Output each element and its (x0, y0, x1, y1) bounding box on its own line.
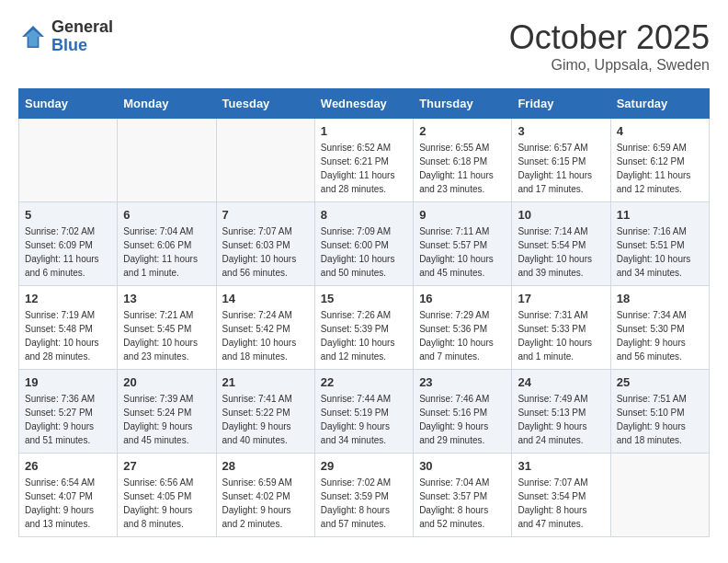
day-info: Sunrise: 7:44 AM Sunset: 5:19 PM Dayligh… (321, 392, 407, 447)
day-info: Sunrise: 6:52 AM Sunset: 6:21 PM Dayligh… (321, 141, 407, 196)
day-header-friday: Friday (512, 89, 610, 119)
logo-icon (18, 22, 48, 52)
day-number: 20 (123, 375, 210, 389)
calendar-cell: 27Sunrise: 6:56 AM Sunset: 4:05 PM Dayli… (118, 454, 216, 537)
day-info: Sunrise: 7:02 AM Sunset: 3:59 PM Dayligh… (321, 476, 407, 531)
day-info: Sunrise: 7:11 AM Sunset: 5:57 PM Dayligh… (419, 224, 506, 280)
day-info: Sunrise: 7:51 AM Sunset: 5:10 PM Dayligh… (617, 392, 703, 447)
calendar-cell: 2Sunrise: 6:55 AM Sunset: 6:18 PM Daylig… (414, 119, 512, 202)
day-number: 22 (321, 375, 407, 389)
day-number: 18 (617, 292, 703, 305)
calendar-cell: 11Sunrise: 7:16 AM Sunset: 5:51 PM Dayli… (610, 202, 709, 286)
calendar-cell: 29Sunrise: 7:02 AM Sunset: 3:59 PM Dayli… (314, 454, 413, 537)
day-info: Sunrise: 7:04 AM Sunset: 6:06 PM Dayligh… (123, 224, 210, 280)
day-info: Sunrise: 7:07 AM Sunset: 3:54 PM Dayligh… (518, 476, 604, 531)
calendar-cell: 9Sunrise: 7:11 AM Sunset: 5:57 PM Daylig… (414, 202, 512, 286)
day-info: Sunrise: 7:21 AM Sunset: 5:45 PM Dayligh… (123, 308, 210, 363)
day-info: Sunrise: 6:56 AM Sunset: 4:05 PM Dayligh… (123, 476, 210, 531)
calendar-cell: 28Sunrise: 6:59 AM Sunset: 4:02 PM Dayli… (216, 454, 314, 537)
calendar-subtitle: Gimo, Uppsala, Sweden (509, 57, 710, 74)
day-info: Sunrise: 6:54 AM Sunset: 4:07 PM Dayligh… (25, 476, 111, 531)
calendar-cell: 17Sunrise: 7:31 AM Sunset: 5:33 PM Dayli… (512, 286, 610, 370)
calendar-cell: 23Sunrise: 7:46 AM Sunset: 5:16 PM Dayli… (414, 370, 512, 454)
logo-blue-text: Blue (51, 37, 113, 55)
day-info: Sunrise: 6:59 AM Sunset: 6:12 PM Dayligh… (617, 141, 703, 196)
calendar-title: October 2025 (509, 18, 710, 57)
day-number: 23 (419, 375, 506, 389)
calendar-cell: 20Sunrise: 7:39 AM Sunset: 5:24 PM Dayli… (118, 370, 216, 454)
day-info: Sunrise: 7:34 AM Sunset: 5:30 PM Dayligh… (617, 308, 703, 363)
day-number: 31 (518, 459, 604, 473)
day-info: Sunrise: 7:14 AM Sunset: 5:54 PM Dayligh… (518, 224, 604, 280)
day-info: Sunrise: 7:24 AM Sunset: 5:42 PM Dayligh… (222, 308, 309, 363)
day-number: 24 (518, 375, 604, 389)
title-block: October 2025 Gimo, Uppsala, Sweden (509, 18, 710, 74)
logo-general-text: General (51, 18, 113, 37)
day-number: 30 (419, 459, 506, 473)
calendar-cell: 19Sunrise: 7:36 AM Sunset: 5:27 PM Dayli… (19, 370, 118, 454)
page-header: General Blue October 2025 Gimo, Uppsala,… (18, 18, 710, 74)
day-number: 17 (518, 292, 604, 305)
week-row-5: 26Sunrise: 6:54 AM Sunset: 4:07 PM Dayli… (19, 454, 710, 537)
calendar-cell (216, 119, 314, 202)
day-header-tuesday: Tuesday (216, 89, 314, 119)
day-info: Sunrise: 6:57 AM Sunset: 6:15 PM Dayligh… (518, 141, 604, 196)
calendar-cell: 12Sunrise: 7:19 AM Sunset: 5:48 PM Dayli… (19, 286, 118, 370)
week-row-1: 1Sunrise: 6:52 AM Sunset: 6:21 PM Daylig… (19, 119, 710, 202)
calendar-cell: 1Sunrise: 6:52 AM Sunset: 6:21 PM Daylig… (314, 119, 413, 202)
calendar-cell: 24Sunrise: 7:49 AM Sunset: 5:13 PM Dayli… (512, 370, 610, 454)
calendar-cell: 5Sunrise: 7:02 AM Sunset: 6:09 PM Daylig… (19, 202, 118, 286)
calendar-cell: 16Sunrise: 7:29 AM Sunset: 5:36 PM Dayli… (414, 286, 512, 370)
day-info: Sunrise: 7:07 AM Sunset: 6:03 PM Dayligh… (222, 224, 309, 280)
calendar-cell: 15Sunrise: 7:26 AM Sunset: 5:39 PM Dayli… (314, 286, 413, 370)
day-header-monday: Monday (118, 89, 216, 119)
day-info: Sunrise: 7:02 AM Sunset: 6:09 PM Dayligh… (25, 224, 111, 280)
week-row-3: 12Sunrise: 7:19 AM Sunset: 5:48 PM Dayli… (19, 286, 710, 370)
week-row-2: 5Sunrise: 7:02 AM Sunset: 6:09 PM Daylig… (19, 202, 710, 286)
day-info: Sunrise: 6:59 AM Sunset: 4:02 PM Dayligh… (222, 476, 309, 531)
calendar-cell: 31Sunrise: 7:07 AM Sunset: 3:54 PM Dayli… (512, 454, 610, 537)
day-number: 4 (617, 124, 703, 138)
day-info: Sunrise: 7:41 AM Sunset: 5:22 PM Dayligh… (222, 392, 309, 447)
calendar-table: SundayMondayTuesdayWednesdayThursdayFrid… (18, 88, 710, 537)
day-info: Sunrise: 7:16 AM Sunset: 5:51 PM Dayligh… (617, 224, 703, 280)
calendar-cell: 10Sunrise: 7:14 AM Sunset: 5:54 PM Dayli… (512, 202, 610, 286)
day-number: 15 (321, 292, 407, 305)
calendar-cell (19, 119, 118, 202)
day-info: Sunrise: 7:19 AM Sunset: 5:48 PM Dayligh… (25, 308, 111, 363)
day-number: 21 (222, 375, 309, 389)
day-number: 14 (222, 292, 309, 305)
day-header-row: SundayMondayTuesdayWednesdayThursdayFrid… (19, 89, 710, 119)
week-row-4: 19Sunrise: 7:36 AM Sunset: 5:27 PM Dayli… (19, 370, 710, 454)
day-number: 7 (222, 208, 309, 222)
calendar-cell: 4Sunrise: 6:59 AM Sunset: 6:12 PM Daylig… (610, 119, 709, 202)
day-number: 8 (321, 208, 407, 222)
logo: General Blue (18, 18, 113, 55)
day-number: 16 (419, 292, 506, 305)
day-info: Sunrise: 7:29 AM Sunset: 5:36 PM Dayligh… (419, 308, 506, 363)
day-info: Sunrise: 7:49 AM Sunset: 5:13 PM Dayligh… (518, 392, 604, 447)
day-number: 10 (518, 208, 604, 222)
calendar-cell: 6Sunrise: 7:04 AM Sunset: 6:06 PM Daylig… (118, 202, 216, 286)
day-number: 26 (25, 459, 111, 473)
day-info: Sunrise: 7:36 AM Sunset: 5:27 PM Dayligh… (25, 392, 111, 447)
calendar-cell: 22Sunrise: 7:44 AM Sunset: 5:19 PM Dayli… (314, 370, 413, 454)
calendar-cell: 18Sunrise: 7:34 AM Sunset: 5:30 PM Dayli… (610, 286, 709, 370)
day-info: Sunrise: 7:39 AM Sunset: 5:24 PM Dayligh… (123, 392, 210, 447)
day-number: 1 (321, 124, 407, 138)
calendar-cell: 14Sunrise: 7:24 AM Sunset: 5:42 PM Dayli… (216, 286, 314, 370)
day-header-wednesday: Wednesday (314, 89, 413, 119)
day-number: 28 (222, 459, 309, 473)
day-number: 9 (419, 208, 506, 222)
day-info: Sunrise: 6:55 AM Sunset: 6:18 PM Dayligh… (419, 141, 506, 196)
day-number: 2 (419, 124, 506, 138)
day-header-sunday: Sunday (19, 89, 118, 119)
day-number: 11 (617, 208, 703, 222)
day-info: Sunrise: 7:04 AM Sunset: 3:57 PM Dayligh… (419, 476, 506, 531)
day-number: 19 (25, 375, 111, 389)
calendar-cell: 21Sunrise: 7:41 AM Sunset: 5:22 PM Dayli… (216, 370, 314, 454)
day-number: 29 (321, 459, 407, 473)
calendar-cell: 8Sunrise: 7:09 AM Sunset: 6:00 PM Daylig… (314, 202, 413, 286)
day-header-saturday: Saturday (610, 89, 709, 119)
day-number: 6 (123, 208, 210, 222)
